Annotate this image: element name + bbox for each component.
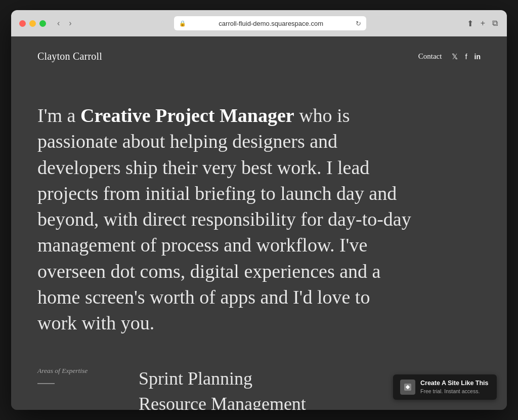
hero-bold: Creative Project Manager — [80, 105, 294, 126]
badge-text: Create A Site Like This Free trial. Inst… — [420, 380, 489, 395]
hero-text: I'm a Creative Project Manager who is pa… — [37, 103, 412, 337]
nav-buttons: ‹ › — [54, 18, 75, 29]
badge-sub-text: Free trial. Instant access. — [420, 388, 489, 395]
url-text: carroll-fluid-demo.squarespace.com — [189, 20, 353, 27]
traffic-lights — [19, 20, 46, 27]
nav-right: Contact 𝕏 f in — [418, 52, 481, 61]
refresh-button[interactable]: ↻ — [356, 20, 361, 27]
hero-intro: I'm a — [37, 105, 80, 126]
facebook-icon: f — [465, 52, 467, 61]
twitter-icon: 𝕏 — [452, 53, 458, 61]
website-content: Clayton Carroll Contact 𝕏 f in — [11, 36, 507, 410]
maximize-button[interactable] — [39, 20, 46, 27]
areas-of-expertise-label: Areas of Expertise — [37, 367, 139, 375]
badge-main-text: Create A Site Like This — [420, 380, 489, 387]
site-logo[interactable]: Clayton Carroll — [37, 51, 102, 62]
minimize-button[interactable] — [29, 20, 36, 27]
site-navigation: Clayton Carroll Contact 𝕏 f in — [11, 36, 507, 72]
back-button[interactable]: ‹ — [54, 18, 63, 29]
new-tab-button[interactable]: + — [480, 18, 486, 29]
contact-link[interactable]: Contact — [418, 52, 442, 61]
address-bar[interactable]: 🔒 carroll-fluid-demo.squarespace.com ↻ — [174, 16, 366, 30]
lock-icon: 🔒 — [179, 20, 186, 27]
browser-window: ‹ › 🔒 carroll-fluid-demo.squarespace.com… — [11, 10, 507, 410]
expertise-label-column: Areas of Expertise — [37, 367, 139, 410]
forward-button[interactable]: › — [66, 18, 74, 29]
areas-divider — [37, 383, 55, 384]
squarespace-logo-icon — [400, 380, 415, 395]
social-icons: 𝕏 f in — [452, 52, 481, 61]
hero-rest: who is passionate about helping designer… — [37, 105, 411, 333]
facebook-link[interactable]: f — [465, 52, 467, 61]
linkedin-icon: in — [474, 53, 481, 61]
linkedin-link[interactable]: in — [474, 52, 481, 61]
address-bar-container: 🔒 carroll-fluid-demo.squarespace.com ↻ — [81, 16, 460, 30]
squarespace-badge[interactable]: Create A Site Like This Free trial. Inst… — [393, 374, 497, 400]
share-button[interactable]: ⬆ — [466, 18, 474, 29]
browser-chrome: ‹ › 🔒 carroll-fluid-demo.squarespace.com… — [11, 10, 507, 36]
twitter-link[interactable]: 𝕏 — [452, 52, 458, 61]
close-button[interactable] — [19, 20, 26, 27]
browser-actions: ⬆ + ⧉ — [466, 18, 499, 29]
duplicate-button[interactable]: ⧉ — [491, 18, 499, 29]
hero-section: I'm a Creative Project Manager who is pa… — [11, 72, 507, 357]
